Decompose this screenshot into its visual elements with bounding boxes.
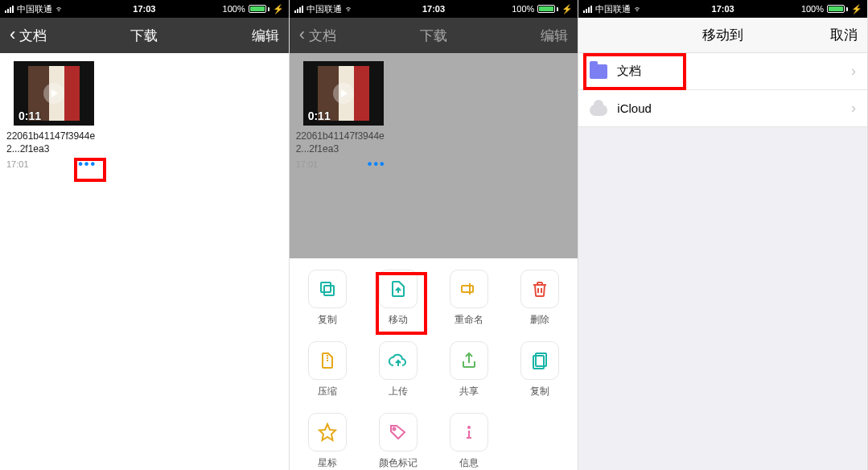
charging-icon: ⚡	[851, 4, 862, 14]
action-label: 复制	[299, 313, 356, 327]
action-sheet: 复制 移动 重命名 删除 压缩 上传	[290, 258, 578, 470]
status-time: 17:03	[133, 4, 155, 14]
battery-pct: 100%	[512, 4, 534, 14]
folder-list: 文档 › iCloud ›	[578, 53, 867, 470]
battery-pct: 100%	[223, 4, 245, 14]
page-title: 下载	[130, 27, 158, 45]
page-title: 下载	[420, 27, 447, 45]
file-item[interactable]: 0:11 22061b41147f3944e2...2f1ea3 17:01 •…	[6, 61, 101, 171]
svg-rect-1	[321, 282, 331, 292]
svg-rect-0	[324, 286, 334, 295]
row-label: iCloud	[617, 101, 652, 115]
nav-bar: 移动到 取消	[578, 18, 867, 53]
more-button[interactable]: •••	[73, 157, 101, 171]
copy-icon	[318, 279, 337, 299]
back-label: 文档	[309, 28, 336, 43]
screen-actionsheet: 中国联通 ᯤ 17:03 100%⚡ ‹ 文档 下载 编辑 0:11 22061…	[290, 0, 579, 470]
chevron-right-icon: ›	[851, 63, 856, 80]
action-rename[interactable]: 重命名	[441, 270, 497, 327]
action-label: 上传	[370, 385, 426, 398]
action-copy[interactable]: 复制	[299, 270, 356, 327]
folder-icon	[590, 64, 607, 79]
svg-point-8	[468, 427, 470, 428]
charging-icon: ⚡	[273, 4, 284, 14]
star-icon	[318, 423, 337, 442]
edit-button[interactable]: 编辑	[541, 27, 568, 45]
nav-bar: ‹ 文档 下载 编辑	[0, 18, 289, 53]
cancel-button[interactable]: 取消	[830, 26, 858, 44]
status-time: 17:03	[712, 4, 734, 14]
carrier-label: 中国联通	[306, 3, 342, 15]
wifi-icon: ᯤ	[634, 4, 643, 14]
action-label: 复制	[512, 385, 568, 398]
charging-icon: ⚡	[562, 4, 573, 14]
video-thumbnail: 0:11	[303, 61, 384, 126]
chevron-left-icon: ‹	[299, 24, 305, 44]
share-icon	[459, 351, 479, 370]
duplicate-icon	[530, 351, 549, 370]
row-icloud[interactable]: iCloud ›	[578, 90, 867, 127]
video-duration: 0:11	[19, 109, 41, 122]
file-name: 22061b41147f3944e2...2f1ea3	[296, 130, 391, 155]
back-button[interactable]: ‹ 文档	[10, 26, 47, 45]
action-share[interactable]: 共享	[441, 341, 497, 398]
status-bar: 中国联通 ᯤ 17:03 100%⚡	[0, 0, 289, 18]
cloud-upload-icon	[389, 351, 408, 370]
battery-pct: 100%	[801, 4, 824, 14]
file-name: 22061b41147f3944e2...2f1ea3	[6, 130, 101, 155]
action-star[interactable]: 星标	[299, 413, 356, 470]
svg-rect-2	[462, 286, 473, 292]
info-icon	[459, 423, 479, 442]
file-item: 0:11 22061b41147f3944e2...2f1ea3 17:01 •…	[296, 61, 391, 171]
action-label: 颜色标记	[370, 456, 426, 470]
action-info[interactable]: 信息	[441, 413, 497, 470]
file-time: 17:01	[6, 159, 29, 169]
play-icon	[43, 83, 64, 104]
content-area: 0:11 22061b41147f3944e2...2f1ea3 17:01 •…	[0, 53, 289, 470]
action-duplicate[interactable]: 复制	[512, 341, 568, 398]
action-upload[interactable]: 上传	[370, 341, 426, 398]
video-thumbnail: 0:11	[14, 61, 94, 126]
cloud-icon	[590, 105, 607, 116]
status-time: 17:03	[422, 4, 445, 14]
edit-button[interactable]: 编辑	[252, 27, 279, 45]
rename-icon	[459, 279, 479, 299]
row-documents[interactable]: 文档 ›	[578, 53, 867, 90]
status-bar: 中国联通 ᯤ 17:03 100%⚡	[578, 0, 867, 18]
action-move[interactable]: 移动	[370, 270, 426, 327]
status-bar: 中国联通 ᯤ 17:03 100%⚡	[290, 0, 578, 18]
chevron-left-icon: ‹	[10, 24, 15, 44]
compress-icon	[318, 351, 337, 370]
screen-move-to: 中国联通 ᯤ 17:03 100%⚡ 移动到 取消 文档 › iCloud ›	[578, 0, 868, 470]
page-title: 移动到	[702, 26, 743, 44]
action-label: 信息	[441, 456, 497, 470]
action-label: 重命名	[441, 313, 497, 327]
video-duration: 0:11	[308, 109, 331, 122]
svg-marker-6	[319, 424, 335, 440]
play-icon	[333, 83, 354, 104]
action-label: 星标	[299, 456, 356, 470]
action-compress[interactable]: 压缩	[299, 341, 356, 398]
carrier-label: 中国联通	[595, 3, 631, 15]
dimmed-content[interactable]: 0:11 22061b41147f3944e2...2f1ea3 17:01 •…	[290, 53, 578, 258]
carrier-label: 中国联通	[17, 3, 52, 15]
action-label: 移动	[370, 313, 426, 327]
action-delete[interactable]: 删除	[512, 270, 568, 327]
move-icon	[389, 279, 408, 299]
action-label: 删除	[512, 313, 568, 327]
screen-downloads: 中国联通 ᯤ 17:03 100%⚡ ‹ 文档 下载 编辑 0:11 22061…	[0, 0, 290, 470]
chevron-right-icon: ›	[851, 100, 856, 117]
action-label: 压缩	[299, 385, 356, 398]
wifi-icon: ᯤ	[345, 4, 354, 14]
nav-bar: ‹ 文档 下载 编辑	[290, 18, 578, 53]
action-label: 共享	[441, 385, 497, 398]
trash-icon	[530, 279, 549, 299]
wifi-icon: ᯤ	[56, 4, 64, 14]
back-button[interactable]: ‹ 文档	[299, 26, 336, 45]
more-button[interactable]: •••	[363, 157, 391, 171]
action-color-tag[interactable]: 颜色标记	[370, 413, 426, 470]
row-label: 文档	[617, 64, 641, 79]
back-label: 文档	[19, 28, 47, 43]
svg-point-7	[393, 428, 395, 431]
file-time: 17:01	[296, 159, 319, 169]
